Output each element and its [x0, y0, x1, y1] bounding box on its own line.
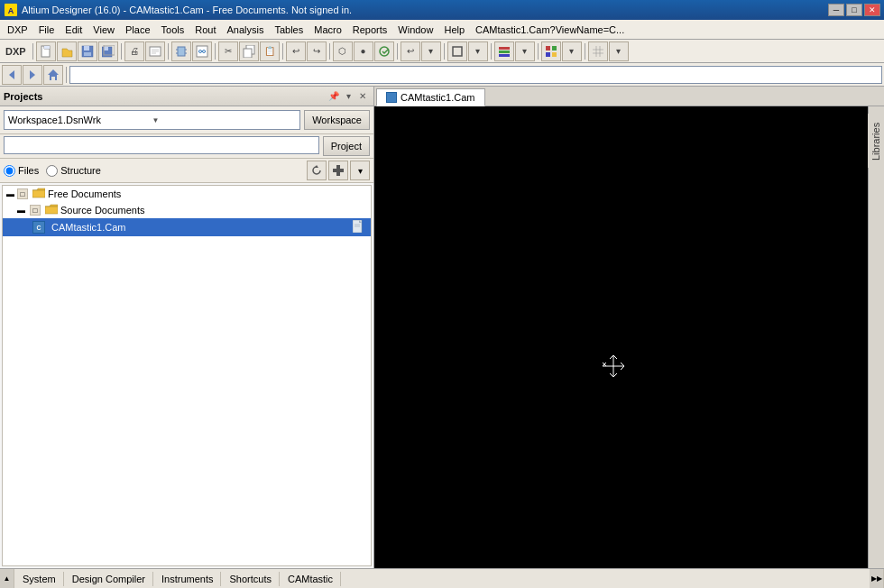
menu-window[interactable]: Window [392, 23, 438, 37]
tool2[interactable]: ● [354, 41, 373, 61]
add-button[interactable] [328, 161, 348, 180]
tree-item-source-documents[interactable]: ▬ □ Source Documents [3, 202, 371, 218]
menu-edit[interactable]: Edit [60, 23, 87, 37]
status-design-compiler[interactable]: Design Compiler [65, 572, 153, 586]
color-dropdown[interactable]: ▾ [562, 41, 582, 61]
libraries-tab[interactable]: Libraries [868, 114, 884, 168]
menu-help[interactable]: Help [438, 23, 470, 37]
svg-point-23 [198, 50, 201, 52]
menu-tables[interactable]: Tables [269, 23, 308, 37]
undo-button[interactable]: ↩ [286, 41, 306, 61]
cut-button[interactable]: ✂ [218, 41, 238, 61]
folder-box-icon-source: □ [30, 205, 41, 216]
copy-button[interactable] [239, 41, 259, 61]
svg-rect-32 [546, 46, 550, 51]
svg-rect-7 [84, 46, 89, 51]
menu-reports[interactable]: Reports [347, 23, 393, 37]
menu-analysis[interactable]: Analysis [221, 23, 269, 37]
layer-button[interactable] [494, 41, 514, 61]
svg-rect-35 [552, 52, 557, 57]
menu-tools[interactable]: Tools [156, 23, 190, 37]
panel-menu-button[interactable]: ▾ [341, 89, 355, 104]
zoom-undo-button[interactable]: ↩ [401, 41, 420, 61]
search-input[interactable] [4, 136, 319, 154]
save-button[interactable] [78, 41, 97, 61]
status-system[interactable]: System [15, 572, 64, 586]
project-button[interactable]: Project [323, 136, 370, 156]
svg-line-56 [621, 366, 624, 370]
schematic-button[interactable] [192, 41, 212, 61]
structure-radio-label[interactable]: Structure [46, 165, 101, 177]
minimize-button[interactable]: ─ [828, 4, 844, 16]
files-radio-label[interactable]: Files [4, 165, 39, 177]
tool1[interactable]: ⬡ [333, 41, 353, 61]
new-button[interactable] [36, 41, 56, 61]
sep-nav1 [66, 67, 67, 83]
sep7 [397, 43, 398, 60]
svg-line-54 [613, 355, 617, 359]
svg-rect-16 [178, 47, 185, 56]
tree-item-camtastic[interactable]: C CAMtastic1.Cam [3, 218, 371, 236]
structure-label: Structure [60, 165, 101, 176]
panel-close-button[interactable]: ✕ [355, 89, 370, 104]
menu-dxp[interactable]: DXP [2, 23, 33, 37]
toolbar-row-1: DXP 🖨 ✂ 📋 ↩ ↪ ⬡ ● ↩ ▾ ▾ [0, 40, 884, 63]
home-button[interactable] [43, 65, 63, 85]
zoom-dropdown-button[interactable]: ▾ [421, 41, 441, 61]
svg-rect-34 [546, 52, 550, 57]
maximize-button[interactable]: □ [846, 4, 862, 16]
svg-line-53 [610, 355, 613, 359]
workspace-button[interactable]: Workspace [304, 110, 370, 130]
redo-button[interactable]: ↪ [307, 41, 327, 61]
tree-item-free-documents[interactable]: ▬ □ Free Documents [3, 186, 371, 202]
panel-header: Projects 📌 ▾ ✕ [0, 87, 373, 106]
status-instruments[interactable]: Instruments [154, 572, 221, 586]
location-bar[interactable] [69, 66, 882, 84]
shape-dropdown[interactable]: ▾ [468, 41, 488, 61]
menu-macro[interactable]: Macro [308, 23, 347, 37]
workspace-dropdown[interactable]: Workspace1.DsnWrk ▼ [4, 110, 300, 130]
sep8 [444, 43, 445, 60]
rect-tool[interactable] [447, 41, 467, 61]
layer-dropdown[interactable]: ▾ [515, 41, 535, 61]
print-preview-button[interactable] [145, 41, 165, 61]
svg-rect-30 [499, 51, 510, 53]
svg-marker-41 [30, 70, 35, 79]
menu-file[interactable]: File [33, 23, 60, 37]
doc-tab-camtastic[interactable]: CAMtastic1.Cam [376, 88, 485, 106]
files-radio[interactable] [4, 165, 15, 177]
projects-panel: Projects 📌 ▾ ✕ Workspace1.DsnWrk ▼ Works… [0, 87, 374, 568]
grid-button[interactable] [588, 41, 608, 61]
svg-point-24 [202, 50, 205, 52]
forward-button[interactable] [23, 65, 42, 85]
print-button[interactable]: 🖨 [124, 41, 144, 61]
menu-camtastic-view[interactable]: CAMtastic1.Cam?ViewName=C... [470, 23, 630, 37]
grid-dropdown[interactable]: ▾ [609, 41, 629, 61]
refresh-button[interactable] [307, 161, 327, 180]
panel-pin-button[interactable]: 📌 [327, 89, 341, 104]
svg-marker-42 [48, 69, 59, 80]
folder-icon-free [32, 188, 45, 200]
menu-view[interactable]: View [87, 23, 120, 37]
source-documents-label: Source Documents [60, 205, 145, 216]
menu-place[interactable]: Place [120, 23, 156, 37]
back-button[interactable] [2, 65, 22, 85]
color-button[interactable] [541, 41, 561, 61]
add-dropdown-button[interactable]: ▾ [350, 161, 370, 180]
canvas-area[interactable] [374, 106, 884, 568]
save-all-button[interactable] [98, 41, 118, 61]
status-shortcuts[interactable]: Shortcuts [222, 572, 279, 586]
sep3 [168, 43, 169, 60]
doc-tab-bar: CAMtastic1.Cam [374, 87, 884, 106]
status-expand-button[interactable]: ▲ [0, 569, 14, 588]
component-button[interactable] [171, 41, 191, 61]
close-button[interactable]: ✕ [864, 4, 880, 16]
tool3[interactable] [374, 41, 394, 61]
paste-button[interactable]: 📋 [260, 41, 280, 61]
structure-radio[interactable] [46, 165, 58, 177]
menu-rout[interactable]: Rout [189, 23, 221, 37]
status-expand-right[interactable]: ▶▶ [870, 569, 884, 588]
open-button[interactable] [57, 41, 77, 61]
status-camtastic[interactable]: CAMtastic [281, 572, 341, 586]
sep10 [538, 43, 539, 60]
